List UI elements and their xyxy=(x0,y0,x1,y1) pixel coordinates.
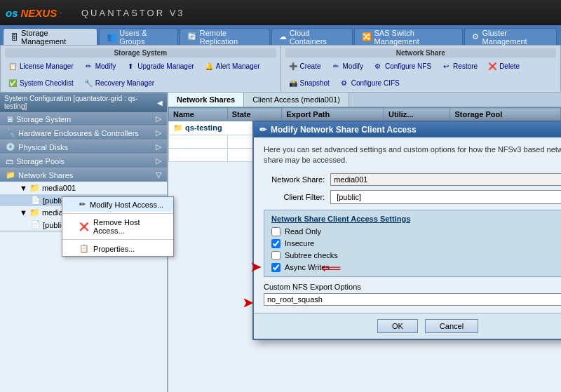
sidebar-physical-disks-header[interactable]: 💿 Physical Disks ▷ xyxy=(0,140,167,154)
triangle-icon-media001: ▼ xyxy=(20,184,27,192)
ctx-remove-label: Remove Host Access... xyxy=(93,218,165,235)
section-hardware: 🔧 Hardware Enclosures & Controllers ▷ xyxy=(0,126,167,140)
delete-icon: ❌ xyxy=(487,61,497,71)
file-icon-public1: 📄 xyxy=(31,196,41,205)
tab-sas[interactable]: 🔀 SAS Switch Management xyxy=(354,28,464,45)
main-area: System Configuration [quantastor-grid : … xyxy=(0,93,561,392)
tab-storage[interactable]: 🗄 Storage Management xyxy=(3,28,97,45)
async-writes-label: Async Writes xyxy=(285,263,330,271)
settings-section: Network Share Client Access Settings Rea… xyxy=(264,210,561,277)
checkbox-row-async: Async Writes xyxy=(271,263,330,272)
client-filter-field-row: Client Filter: [public] xyxy=(264,190,561,204)
ctx-divider xyxy=(62,213,168,214)
alert-manager-btn[interactable]: 🔔Alert Manager xyxy=(201,60,263,72)
modify-share-btn[interactable]: ✏Modify xyxy=(328,60,366,72)
ctx-divider-2 xyxy=(62,239,168,240)
checkbox-row-read-only: Read Only xyxy=(271,227,561,236)
tab-users[interactable]: 👥 Users & Groups xyxy=(99,28,177,45)
sidebar-storage-system-header[interactable]: 🖥 Storage System ▷ xyxy=(0,112,167,126)
toolbar: Storage System 📋License Manager ✏Modify … xyxy=(0,45,561,93)
network-share-input[interactable] xyxy=(330,173,561,186)
sidebar-storage-pools-header[interactable]: 🗃 Storage Pools ▷ xyxy=(0,154,167,168)
ctx-remove-host[interactable]: ❌ Remove Host Access... xyxy=(62,215,168,238)
storage-tab-label: Storage Management xyxy=(21,29,90,46)
custom-nfs-label: Custom NFS Export Options xyxy=(264,283,561,291)
col-pool: Storage Pool xyxy=(450,108,561,121)
ctx-properties[interactable]: 📋 Properties... xyxy=(62,241,168,256)
modify-system-btn[interactable]: ✏Modify xyxy=(81,60,119,72)
folder-icon-media001: 📁 xyxy=(29,183,40,193)
sas-tab-label: SAS Switch Management xyxy=(374,29,456,46)
tab-gluster[interactable]: ⚙ Gluster Management xyxy=(464,28,557,45)
sidebar: System Configuration [quantastor-grid : … xyxy=(0,93,168,392)
insecure-checkbox[interactable] xyxy=(271,239,280,248)
create-icon: ➕ xyxy=(288,61,298,71)
subtree-checkbox[interactable] xyxy=(271,251,280,260)
file-icon-public2: 📄 xyxy=(31,220,41,229)
section-storage-pools: 🗃 Storage Pools ▷ xyxy=(0,154,167,168)
delete-share-btn[interactable]: ❌Delete xyxy=(485,60,522,72)
toolbar-storage-title: Storage System xyxy=(5,48,276,58)
subtree-label: Subtree checks xyxy=(285,251,338,259)
col-state: State xyxy=(227,108,282,121)
toolbar-network-title: Network Share xyxy=(285,48,557,58)
ctx-modify-host[interactable]: ✏ Modify Host Access... xyxy=(62,197,168,212)
read-only-checkbox[interactable] xyxy=(271,227,280,236)
ctx-remove-icon: ❌ xyxy=(79,222,89,231)
storage-tab-icon: 🗄 xyxy=(11,33,18,41)
restore-icon: ↩ xyxy=(441,61,451,71)
toolbar-network-share: Network Share ➕Create ✏Modify ⚙Configure… xyxy=(281,46,561,92)
expand-icon-0: ▷ xyxy=(156,114,161,123)
cancel-button[interactable]: Cancel xyxy=(425,319,478,333)
network-shares-label: Network Shares xyxy=(18,171,73,180)
restore-btn[interactable]: ↩Restore xyxy=(438,60,480,72)
tab-client-access[interactable]: Client Access (media001) xyxy=(244,93,349,107)
upgrade-manager-btn[interactable]: ⬆Upgrade Manager xyxy=(123,60,197,72)
tab-cloud[interactable]: ☁ Cloud Containers xyxy=(271,28,353,45)
network-share-label: Network Share: xyxy=(264,175,325,184)
ctx-props-label: Properties... xyxy=(93,245,135,253)
tree-item-media001[interactable]: ▼ 📁 media001 xyxy=(0,182,167,194)
config-cifs-icon: ⚙ xyxy=(339,78,349,88)
async-writes-row: ➤ Async Writes xyxy=(271,263,561,272)
storage-system-label: Storage System xyxy=(16,115,71,123)
replication-tab-icon: 🔄 xyxy=(187,32,197,41)
nav-tabs: 🗄 Storage Management 👥 Users & Groups 🔄 … xyxy=(0,25,561,45)
tab-network-shares-label: Network Shares xyxy=(177,95,235,104)
configure-nfs-btn[interactable]: ⚙Configure NFS xyxy=(370,60,434,72)
storage-system-icon: 🖥 xyxy=(6,115,13,123)
row1-name xyxy=(169,135,228,149)
snapshot-btn[interactable]: 📸Snapshot xyxy=(285,76,332,89)
license-manager-btn[interactable]: 📋License Manager xyxy=(5,60,76,72)
checkbox-row-subtree: Subtree checks xyxy=(271,251,561,260)
create-share-btn[interactable]: ➕Create xyxy=(285,60,324,72)
folder-icon-media002: 📁 xyxy=(29,208,40,217)
hardware-label: Hardware Enclosures & Controllers xyxy=(18,129,139,137)
modify-client-access-dialog: ✏ Modify Network Share Client Access ? ✕… xyxy=(252,121,561,340)
collapse-icon[interactable]: ◀ xyxy=(157,99,163,107)
gluster-tab-icon: ⚙ xyxy=(472,32,479,41)
configure-cifs-btn[interactable]: ⚙Configure CIFS xyxy=(337,76,403,89)
async-writes-checkbox[interactable] xyxy=(271,263,280,272)
shares-icon: 📁 xyxy=(6,170,15,180)
col-export: Export Path xyxy=(282,108,384,121)
settings-title: Network Share Client Access Settings xyxy=(271,215,561,223)
tab-network-shares[interactable]: Network Shares xyxy=(168,93,244,107)
table-header-row: Name State Export Path Utiliz... Storage… xyxy=(169,108,561,121)
tab-client-access-label: Client Access (media001) xyxy=(252,95,340,104)
pool-icon: 🗃 xyxy=(6,157,13,165)
checkbox-row-insecure: Insecure xyxy=(271,239,561,248)
ok-button[interactable]: OK xyxy=(377,319,418,333)
tab-replication[interactable]: 🔄 Remote Replication xyxy=(180,28,270,45)
top-bar: osNEXUS · QUANTASTOR V3 xyxy=(0,0,561,25)
custom-nfs-input[interactable] xyxy=(264,293,561,306)
ctx-props-icon: 📋 xyxy=(79,244,89,253)
recovery-manager-btn[interactable]: 🔧Recovery Manager xyxy=(81,76,157,89)
client-filter-select[interactable]: [public] xyxy=(330,190,561,204)
users-tab-label: Users & Groups xyxy=(119,29,170,46)
expand-icon-2: ▷ xyxy=(156,142,161,151)
ctx-modify-label: Modify Host Access... xyxy=(90,201,163,209)
sidebar-hardware-header[interactable]: 🔧 Hardware Enclosures & Controllers ▷ xyxy=(0,126,167,140)
sidebar-network-shares-header[interactable]: 📁 Network Shares ▽ xyxy=(0,168,167,182)
checklist-btn[interactable]: ✅System Checklist xyxy=(5,76,76,89)
